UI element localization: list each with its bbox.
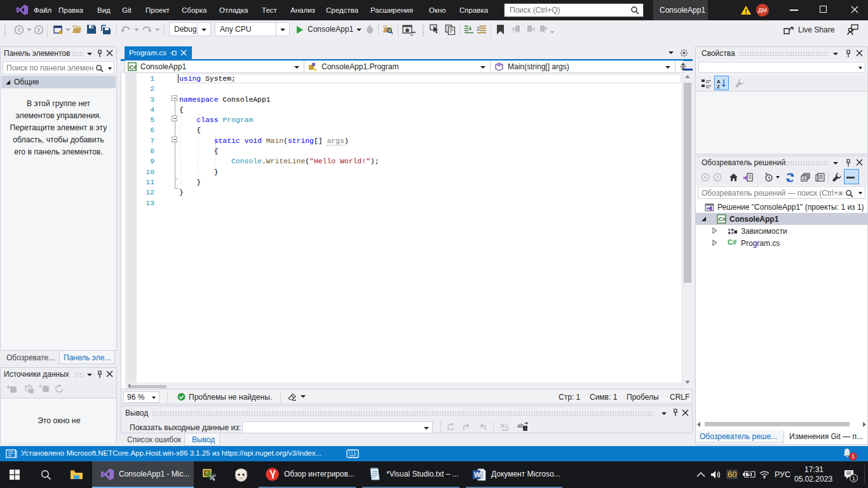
- svg-text:C#: C#: [719, 215, 727, 222]
- svg-text:W: W: [474, 471, 481, 478]
- svg-text:ab: ab: [517, 423, 524, 429]
- svg-text:Z: Z: [717, 84, 720, 88]
- svg-text:2: 2: [477, 25, 480, 32]
- svg-text:C#: C#: [129, 64, 137, 71]
